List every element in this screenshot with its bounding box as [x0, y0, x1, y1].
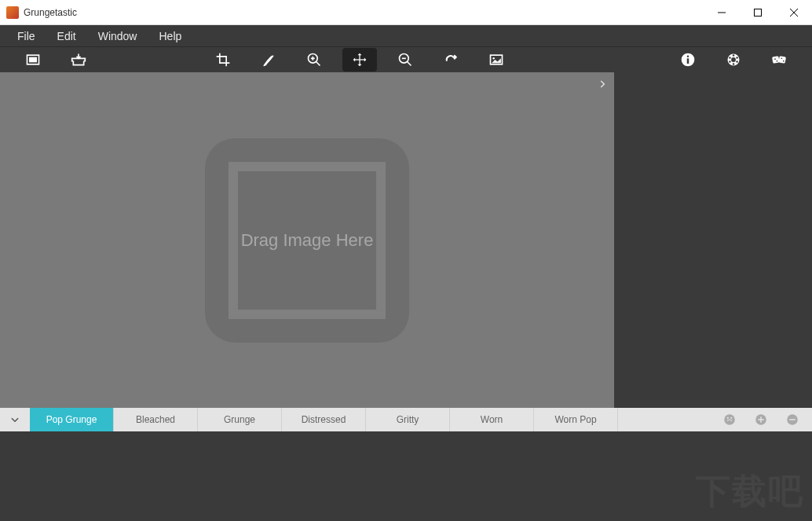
svg-point-35 [727, 417, 729, 419]
settings-icon [726, 52, 741, 68]
svg-point-26 [729, 61, 731, 63]
randomize-button[interactable] [762, 48, 796, 72]
dropzone-label: Drag Image Here [241, 229, 374, 252]
svg-point-23 [736, 57, 738, 59]
svg-point-27 [729, 57, 731, 59]
window-controls [704, 0, 812, 25]
fit-screen-icon [488, 52, 504, 68]
preset-manage-icon [722, 413, 737, 427]
svg-point-33 [783, 61, 785, 62]
svg-line-13 [408, 62, 411, 66]
add-preset-button[interactable] [754, 413, 768, 427]
menubar: File Edit Window Help [0, 25, 812, 46]
menu-window[interactable]: Window [87, 27, 148, 46]
menu-file[interactable]: File [6, 27, 46, 46]
preset-tab-bleached[interactable]: Bleached [114, 408, 198, 431]
save-image-button[interactable] [61, 48, 96, 72]
svg-line-7 [316, 62, 320, 66]
svg-point-36 [730, 417, 732, 419]
menu-help[interactable]: Help [148, 27, 192, 46]
maximize-button[interactable] [740, 0, 776, 25]
svg-point-25 [733, 63, 735, 65]
side-panel [614, 72, 812, 408]
redo-icon [443, 52, 459, 68]
titlebar: Grungetastic [0, 0, 812, 25]
dropzone[interactable]: Drag Image Here [205, 138, 409, 343]
fit-screen-button[interactable] [479, 48, 514, 72]
svg-point-24 [736, 61, 738, 63]
redo-button[interactable] [433, 48, 468, 72]
watermark: 下载吧 [696, 468, 804, 515]
move-button[interactable] [342, 48, 377, 72]
bottom-panel: 下载吧 [0, 431, 812, 521]
chevron-right-icon [597, 79, 608, 90]
preset-tab-grunge[interactable]: Grunge [198, 408, 282, 431]
svg-point-31 [777, 61, 778, 62]
close-button[interactable] [776, 0, 812, 25]
brush-icon [261, 52, 276, 68]
preset-tab-gritty[interactable]: Gritty [366, 408, 450, 431]
open-image-icon [25, 52, 41, 68]
info-icon [680, 52, 696, 68]
svg-point-22 [733, 54, 735, 57]
info-button[interactable] [671, 48, 705, 72]
canvas-area[interactable]: Drag Image Here [0, 72, 614, 408]
open-image-button[interactable] [16, 48, 50, 72]
window-title: Grungetastic [24, 7, 704, 18]
svg-rect-5 [29, 57, 37, 63]
main-area: Drag Image Here [0, 72, 812, 408]
menu-edit[interactable]: Edit [46, 27, 87, 46]
minimize-button[interactable] [704, 0, 740, 25]
svg-rect-28 [772, 56, 780, 64]
preset-tab-distressed[interactable]: Distressed [282, 408, 366, 431]
collapse-panel-button[interactable] [595, 77, 609, 94]
crop-icon [215, 52, 231, 68]
preset-actions [710, 408, 812, 431]
preset-tab-worn-pop[interactable]: Worn Pop [534, 408, 618, 431]
add-preset-icon [754, 413, 768, 427]
remove-preset-icon [785, 413, 799, 427]
svg-point-21 [731, 57, 736, 62]
app-icon [6, 6, 19, 19]
dropzone-inner: Drag Image Here [229, 162, 386, 319]
zoom-out-button[interactable] [388, 48, 422, 72]
preset-manage-button[interactable] [722, 413, 737, 427]
svg-rect-29 [778, 56, 786, 64]
remove-preset-button[interactable] [785, 413, 799, 427]
save-image-icon [71, 52, 86, 68]
zoom-out-icon [397, 52, 413, 68]
randomize-icon [771, 52, 787, 68]
preset-collapse-button[interactable] [0, 408, 30, 431]
svg-rect-19 [687, 58, 689, 64]
svg-point-18 [687, 56, 689, 58]
chevron-down-icon [9, 414, 20, 425]
svg-point-16 [492, 57, 495, 60]
zoom-in-button[interactable] [297, 48, 331, 72]
preset-strip: Pop Grunge Bleached Grunge Distressed Gr… [0, 408, 812, 431]
toolbar [0, 46, 812, 72]
preset-tab-pop-grunge[interactable]: Pop Grunge [30, 408, 114, 431]
move-icon [352, 52, 368, 68]
svg-rect-1 [755, 9, 762, 16]
zoom-in-icon [306, 52, 322, 68]
crop-button[interactable] [206, 48, 240, 72]
preset-tab-worn[interactable]: Worn [450, 408, 534, 431]
svg-point-30 [774, 58, 776, 60]
brush-button[interactable] [251, 48, 286, 72]
svg-point-32 [781, 58, 783, 60]
settings-button[interactable] [716, 48, 751, 72]
